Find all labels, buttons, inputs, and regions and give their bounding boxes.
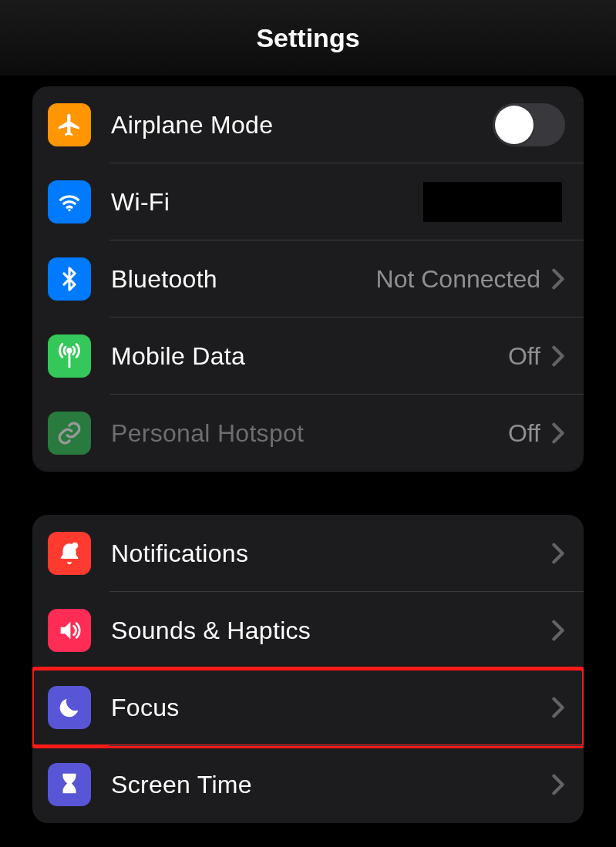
svg-point-0 — [68, 209, 70, 211]
svg-point-1 — [68, 349, 72, 353]
chevron-right-icon — [551, 697, 565, 718]
wifi-value-redacted — [423, 182, 562, 222]
notifications-row[interactable]: Notifications — [32, 515, 584, 592]
bluetooth-icon — [48, 257, 91, 301]
bell-icon — [48, 532, 91, 575]
screentime-label: Screen Time — [111, 771, 551, 799]
airplane-row[interactable]: Airplane Mode — [32, 86, 584, 163]
mobile-value: Off — [508, 342, 540, 371]
screentime-row[interactable]: Screen Time — [32, 746, 584, 823]
hotspot-row[interactable]: Personal HotspotOff — [32, 395, 584, 472]
page-title: Settings — [256, 23, 359, 53]
bluetooth-value: Not Connected — [376, 265, 540, 294]
wifi-label: Wi-Fi — [111, 188, 423, 217]
wifi-row[interactable]: Wi-Fi — [32, 163, 584, 240]
focus-label: Focus — [111, 694, 551, 722]
chevron-right-icon — [551, 620, 565, 641]
sounds-row[interactable]: Sounds & Haptics — [32, 592, 584, 669]
chevron-right-icon — [551, 422, 565, 444]
speaker-icon — [48, 609, 91, 652]
moon-icon — [48, 686, 91, 729]
airplane-toggle[interactable] — [493, 103, 565, 146]
airplane-label: Airplane Mode — [111, 111, 493, 139]
chevron-right-icon — [551, 268, 565, 290]
wifi-icon — [48, 180, 91, 224]
settings-group: NotificationsSounds & HapticsFocusScreen… — [32, 515, 584, 823]
bluetooth-label: Bluetooth — [111, 265, 376, 294]
antenna-icon — [48, 334, 91, 378]
chevron-right-icon — [551, 543, 565, 564]
chevron-right-icon — [551, 345, 565, 367]
notifications-label: Notifications — [111, 539, 551, 568]
bluetooth-row[interactable]: BluetoothNot Connected — [32, 240, 584, 318]
mobile-label: Mobile Data — [111, 342, 508, 371]
chevron-right-icon — [551, 774, 565, 795]
link-icon — [48, 412, 91, 455]
focus-row[interactable]: Focus — [32, 669, 584, 746]
settings-group: Airplane ModeWi-FiBluetoothNot Connected… — [32, 86, 584, 472]
toggle-knob — [495, 106, 534, 144]
header: Settings — [0, 0, 616, 76]
airplane-icon — [48, 103, 91, 146]
hotspot-value: Off — [508, 419, 540, 448]
sounds-label: Sounds & Haptics — [111, 617, 551, 645]
hotspot-label: Personal Hotspot — [111, 419, 508, 448]
mobile-row[interactable]: Mobile DataOff — [32, 318, 584, 395]
hourglass-icon — [48, 763, 91, 806]
